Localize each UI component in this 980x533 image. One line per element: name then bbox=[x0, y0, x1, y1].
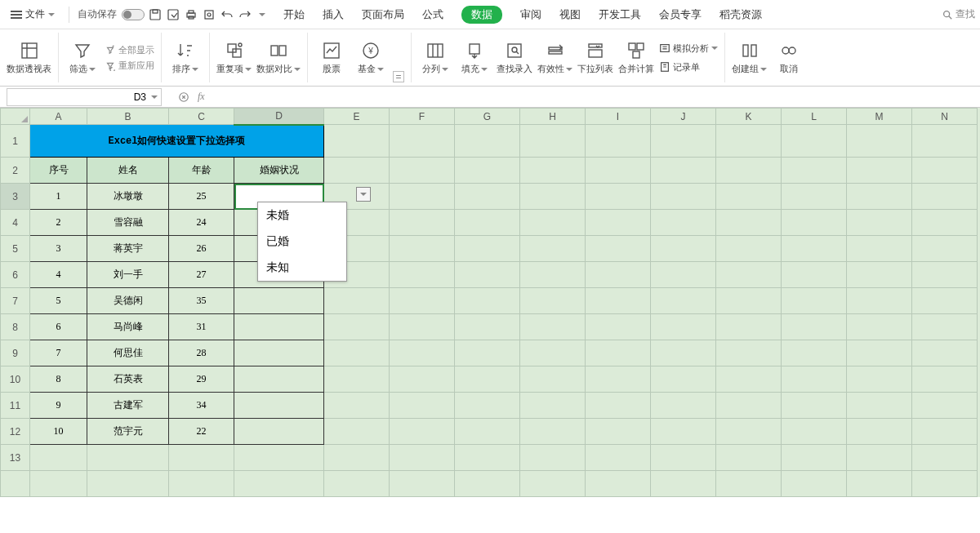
cell[interactable] bbox=[782, 340, 847, 366]
column-header[interactable]: G bbox=[455, 109, 520, 125]
name-box[interactable]: D3 bbox=[7, 88, 162, 106]
cell[interactable] bbox=[324, 158, 390, 184]
cell[interactable] bbox=[455, 236, 520, 262]
cell[interactable] bbox=[324, 419, 390, 445]
stock-button[interactable]: 股票 bbox=[314, 40, 349, 75]
data-cell[interactable] bbox=[234, 288, 324, 314]
data-compare-button[interactable]: 数据对比 bbox=[256, 40, 301, 75]
cell[interactable] bbox=[912, 210, 978, 236]
cell[interactable] bbox=[651, 340, 716, 366]
cell[interactable] bbox=[912, 366, 978, 393]
formula-input[interactable] bbox=[205, 89, 980, 105]
cell[interactable] bbox=[847, 158, 912, 184]
pivot-table-button[interactable]: 数据透视表 bbox=[7, 40, 51, 75]
text-to-columns-button[interactable]: 分列 bbox=[418, 40, 452, 75]
cell[interactable] bbox=[847, 210, 912, 236]
cell[interactable] bbox=[716, 419, 782, 445]
cell[interactable] bbox=[847, 445, 912, 471]
cell[interactable] bbox=[390, 262, 455, 288]
cell[interactable] bbox=[520, 158, 586, 184]
cell[interactable] bbox=[716, 262, 782, 288]
filter-button[interactable]: 筛选 bbox=[65, 40, 100, 75]
fill-button[interactable]: 填充 bbox=[457, 40, 492, 75]
cell[interactable] bbox=[390, 236, 455, 262]
cell[interactable] bbox=[651, 236, 716, 262]
cell[interactable] bbox=[912, 236, 978, 262]
cell[interactable] bbox=[520, 125, 586, 158]
cell[interactable] bbox=[455, 471, 520, 497]
cell[interactable] bbox=[782, 314, 847, 340]
data-cell[interactable]: 22 bbox=[169, 419, 234, 445]
group-button[interactable]: 创建组 bbox=[732, 40, 767, 75]
row-header[interactable]: 4 bbox=[1, 210, 30, 236]
cell[interactable] bbox=[716, 158, 782, 184]
cancel-icon[interactable] bbox=[178, 91, 189, 103]
cell[interactable] bbox=[716, 393, 782, 419]
cell[interactable] bbox=[782, 125, 847, 158]
cell[interactable] bbox=[651, 314, 716, 340]
cell[interactable] bbox=[520, 340, 586, 366]
title-cell[interactable]: Excel如何快速设置下拉选择项 bbox=[30, 125, 324, 158]
cell[interactable] bbox=[716, 471, 782, 497]
header-cell[interactable]: 婚姻状况 bbox=[234, 158, 324, 184]
cell[interactable] bbox=[586, 340, 651, 366]
data-cell[interactable]: 何思佳 bbox=[87, 340, 169, 366]
cell[interactable] bbox=[782, 288, 847, 314]
cell[interactable] bbox=[716, 210, 782, 236]
cell[interactable] bbox=[847, 184, 912, 210]
cell[interactable] bbox=[520, 262, 586, 288]
cell[interactable] bbox=[455, 210, 520, 236]
tab-稻壳资源[interactable]: 稻壳资源 bbox=[719, 6, 762, 24]
cell[interactable] bbox=[455, 262, 520, 288]
cell[interactable] bbox=[520, 366, 586, 393]
cell[interactable] bbox=[169, 471, 234, 497]
cell[interactable] bbox=[234, 471, 324, 497]
cell[interactable] bbox=[651, 419, 716, 445]
cell[interactable] bbox=[324, 340, 390, 366]
cell[interactable] bbox=[586, 419, 651, 445]
file-menu[interactable]: 文件 bbox=[5, 5, 60, 24]
cell[interactable] bbox=[716, 184, 782, 210]
header-cell[interactable]: 年龄 bbox=[169, 158, 234, 184]
column-header[interactable]: E bbox=[324, 109, 390, 125]
cell[interactable] bbox=[520, 314, 586, 340]
cell[interactable] bbox=[912, 393, 978, 419]
cell[interactable] bbox=[390, 366, 455, 393]
cell[interactable] bbox=[912, 471, 978, 497]
cell[interactable] bbox=[390, 393, 455, 419]
column-header[interactable]: M bbox=[847, 109, 912, 125]
cell[interactable] bbox=[390, 210, 455, 236]
cell[interactable] bbox=[455, 314, 520, 340]
preview-icon[interactable] bbox=[202, 7, 216, 22]
cell[interactable] bbox=[716, 445, 782, 471]
cell[interactable] bbox=[586, 262, 651, 288]
data-cell[interactable]: 28 bbox=[169, 340, 234, 366]
data-cell[interactable]: 吴德闲 bbox=[87, 288, 169, 314]
data-cell[interactable]: 冰墩墩 bbox=[87, 184, 169, 210]
autosave-toggle[interactable]: 自动保存 bbox=[78, 7, 145, 21]
redo-icon[interactable] bbox=[238, 7, 252, 22]
header-cell[interactable]: 姓名 bbox=[87, 158, 169, 184]
cell[interactable] bbox=[586, 314, 651, 340]
cell[interactable] bbox=[716, 366, 782, 393]
row-header[interactable]: 9 bbox=[1, 340, 30, 366]
cell[interactable] bbox=[324, 445, 390, 471]
save-as-icon[interactable] bbox=[166, 7, 180, 22]
cell[interactable] bbox=[390, 340, 455, 366]
cell[interactable] bbox=[30, 445, 87, 471]
validation-option[interactable]: 未婚 bbox=[258, 202, 346, 229]
cell[interactable] bbox=[520, 419, 586, 445]
cell[interactable] bbox=[520, 288, 586, 314]
cell[interactable] bbox=[87, 471, 169, 497]
cell[interactable] bbox=[912, 288, 978, 314]
row-header[interactable]: 5 bbox=[1, 236, 30, 262]
data-cell[interactable]: 马尚峰 bbox=[87, 314, 169, 340]
cell[interactable] bbox=[651, 210, 716, 236]
qat-more-icon[interactable] bbox=[259, 13, 265, 16]
cell[interactable] bbox=[847, 125, 912, 158]
find-entry-button[interactable]: 查找录入 bbox=[497, 40, 532, 75]
row-header[interactable] bbox=[1, 471, 30, 497]
cell[interactable] bbox=[912, 262, 978, 288]
cell[interactable] bbox=[651, 262, 716, 288]
data-cell[interactable]: 2 bbox=[30, 210, 87, 236]
